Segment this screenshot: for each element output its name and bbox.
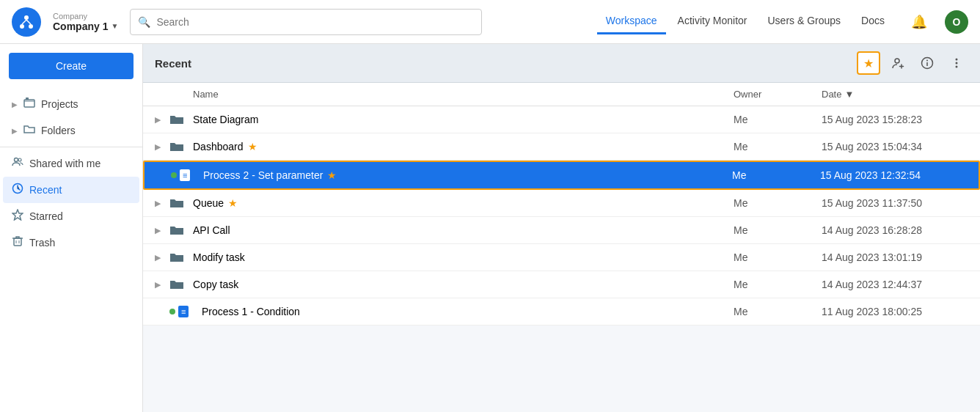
svg-point-0 [24,15,29,20]
owner-cell: Me [734,306,822,317]
app-layout: Create ▶ Projects ▶ Folders Shared with … [0,44,980,412]
sidebar-item-shared[interactable]: Shared with me [3,150,139,177]
search-icon: 🔍 [138,16,150,28]
search-bar[interactable]: 🔍 [130,9,482,35]
table-row[interactable]: ▶ State Diagram Me 15 Aug 2023 15:28:23 [143,106,980,133]
add-user-button[interactable] [886,51,910,75]
row-name: Process 1 - Condition [199,306,734,317]
table-row[interactable]: ▶ Copy task Me 14 Aug 2023 12:44:37 [143,271,980,298]
nav-links: Workspace Activity Monitor Users & Group… [597,9,893,34]
folder-icon [169,251,184,263]
projects-icon [23,97,35,111]
date-cell: 11 Aug 2023 18:00:25 [822,306,968,317]
selected-row-wrapper[interactable]: ≡ Process 2 - Set parameter ★ Me 15 Aug … [143,161,980,190]
row-name: Dashboard ★ [190,141,734,152]
item-name: Process 1 - Condition [202,306,300,317]
svg-marker-10 [12,210,23,220]
star-icon[interactable]: ★ [327,169,337,181]
svg-point-14 [895,59,899,63]
table-row[interactable]: ▶ API Call Me 14 Aug 2023 16:28:28 [143,217,980,244]
chevron-right-icon: ▶ [12,127,18,135]
svg-line-4 [26,20,31,24]
svg-line-3 [22,20,26,24]
status-dot-icon [171,172,177,178]
recent-icon [12,183,23,197]
table-row[interactable]: ≡ Process 1 - Condition Me 11 Aug 2023 1… [143,298,980,325]
svg-point-20 [956,66,958,68]
col-header-owner: Owner [734,89,761,100]
expand-icon[interactable]: ▶ [155,280,169,290]
sidebar-label-starred: Starred [29,210,63,222]
search-input[interactable] [156,16,474,28]
expand-icon[interactable]: ▶ [155,142,169,152]
info-icon [921,56,934,70]
table-row[interactable]: ▶ Queue ★ Me 15 Aug 2023 11:37:50 [143,190,980,217]
folder-icon [169,141,190,152]
date-cell: 15 Aug 2023 15:04:34 [822,141,968,152]
table-row[interactable]: ≡ Process 2 - Set parameter ★ Me 15 Aug … [145,162,979,188]
svg-point-8 [18,158,21,161]
sidebar-item-recent[interactable]: Recent [3,177,139,203]
sidebar-item-trash[interactable]: Trash [3,229,139,256]
star-icon: ★ [863,56,874,70]
row-name: Queue ★ [190,197,734,209]
folders-icon [23,123,35,138]
expand-icon[interactable]: ▶ [155,199,169,208]
row-name: State Diagram [190,114,734,125]
date-cell: 14 Aug 2023 16:28:28 [822,224,968,236]
svg-point-1 [20,24,24,29]
expand-icon[interactable]: ▶ [155,226,169,235]
date-cell: 14 Aug 2023 12:44:37 [822,279,968,290]
item-name: Queue [193,197,224,209]
add-user-icon [891,56,904,70]
folder-icon [169,279,190,290]
row-name: Copy task [190,279,734,290]
chevron-right-icon: ▶ [12,100,18,108]
nav-activity-monitor[interactable]: Activity Monitor [669,9,756,34]
more-options-button[interactable] [945,51,968,75]
folder-icon [169,141,184,152]
table-row[interactable]: ▶ Dashboard ★ Me 15 Aug 2023 15:04:34 [143,133,980,161]
sidebar-item-starred[interactable]: Starred [3,203,139,229]
owner-cell: Me [734,197,822,209]
logo[interactable] [12,7,41,37]
sidebar-label-shared: Shared with me [29,158,100,169]
expand-icon[interactable]: ▶ [155,253,169,262]
company-label: Company [53,12,118,21]
date-cell: 15 Aug 2023 15:28:23 [822,114,968,125]
info-button[interactable] [915,51,939,75]
owner-cell: Me [734,114,822,125]
nav-users-groups[interactable]: Users & Groups [759,9,850,34]
expand-icon[interactable]: ▶ [155,115,169,125]
sidebar-item-folders[interactable]: ▶ Folders [3,117,139,144]
section-title: Recent [155,57,857,70]
avatar[interactable]: O [945,10,968,34]
star-icon[interactable]: ★ [228,197,238,209]
owner-cell: Me [732,169,820,181]
main-content: Recent ★ Name Owne [143,44,980,412]
create-button[interactable]: Create [9,53,134,79]
item-name: API Call [193,224,230,236]
table-row[interactable]: ▶ Modify task Me 14 Aug 2023 13:01:19 [143,244,980,271]
star-icon[interactable]: ★ [248,141,257,152]
owner-cell: Me [734,224,822,236]
nav-docs[interactable]: Docs [852,9,893,34]
starred-icon [12,209,23,224]
table-actions: ★ [857,51,968,75]
item-name: State Diagram [193,114,258,125]
sidebar: Create ▶ Projects ▶ Folders Shared with … [0,44,143,412]
nav-workspace[interactable]: Workspace [597,9,666,34]
sort-desc-icon: ▼ [844,89,854,100]
star-filter-button[interactable]: ★ [857,51,880,75]
owner-cell: Me [734,279,822,290]
date-cell: 15 Aug 2023 11:37:50 [822,197,968,209]
sidebar-item-projects[interactable]: ▶ Projects [3,91,139,117]
folder-icon [169,114,190,125]
chevron-down-icon: ▼ [111,22,118,30]
notification-bell-icon[interactable]: 🔔 [905,8,933,36]
folder-icon [169,224,190,236]
svg-rect-11 [14,238,21,246]
svg-point-18 [956,59,958,61]
company-selector[interactable]: Company Company 1 ▼ [53,12,118,32]
table-header: Recent ★ [143,44,980,83]
